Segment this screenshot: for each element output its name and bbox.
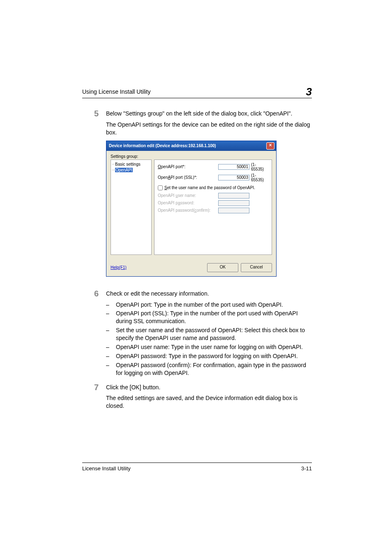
openapi-port-input[interactable] xyxy=(218,164,249,170)
openapi-password-label: OpenAPI password: xyxy=(158,201,218,205)
openapi-ssl-input[interactable] xyxy=(218,175,249,180)
close-icon[interactable]: × xyxy=(266,142,274,150)
footer-page-number: 3-11 xyxy=(301,465,312,472)
page-header: Using License Install Utility 3 xyxy=(82,86,312,98)
step-7: 7 Click the [OK] button. The edited sett… xyxy=(82,384,312,414)
list-item: –OpenAPI password: Type in the password … xyxy=(106,352,312,360)
settings-panel: OpenAPI port*: (1-65535) OpenAPI port (S… xyxy=(154,160,272,255)
step-5: 5 Below "Settings group" on the left sid… xyxy=(82,110,312,287)
openapi-password-confirm-input xyxy=(218,208,249,213)
step-number: 6 xyxy=(82,289,106,298)
openapi-ssl-range: (1-65535) xyxy=(251,173,268,182)
list-item: –OpenAPI user name: Type in the user nam… xyxy=(106,343,312,351)
settings-group-label: Settings group: xyxy=(111,154,272,159)
set-credentials-checkbox-row[interactable]: Set the user name and the password of Op… xyxy=(158,185,268,190)
openapi-username-input xyxy=(218,193,249,199)
settings-tree[interactable]: Basic settings OpenAPI xyxy=(111,160,152,255)
list-item: –Set the user name and the password of O… xyxy=(106,326,312,342)
step5-text-2: The OpenAPI settings for the device can … xyxy=(106,121,312,136)
step-number: 7 xyxy=(82,383,106,392)
openapi-password-confirm-label: OpenAPI password(confirm): xyxy=(158,208,218,213)
set-credentials-checkbox[interactable] xyxy=(158,185,163,190)
list-item: –OpenAPI password (confirm): For confirm… xyxy=(106,361,312,377)
step7-text-1: Click the [OK] button. xyxy=(106,384,312,391)
openapi-ssl-label: OpenAPI port (SSL)*: xyxy=(158,175,218,180)
list-item: –OpenAPI port (SSL): Type in the number … xyxy=(106,310,312,325)
tree-item-openapi[interactable]: OpenAPI xyxy=(112,167,150,173)
step-number: 5 xyxy=(82,109,106,118)
set-credentials-label: Set the user name and the password of Op… xyxy=(164,185,255,190)
dialog-titlebar: Device information edit (Device address:… xyxy=(106,141,276,151)
openapi-port-label: OpenAPI port*: xyxy=(158,164,218,169)
help-link[interactable]: Help(F1) xyxy=(111,265,127,270)
device-info-dialog: Device information edit (Device address:… xyxy=(106,141,277,277)
page-footer: License Install Utility 3-11 xyxy=(82,462,312,472)
step5-text-1: Below "Settings group" on the left side … xyxy=(106,110,312,118)
cancel-button[interactable]: Cancel xyxy=(241,263,272,272)
ok-button[interactable]: OK xyxy=(207,263,238,272)
openapi-username-label: OpenAPI user name: xyxy=(158,193,218,198)
chapter-number: 3 xyxy=(306,86,312,97)
step6-text-1: Check or edit the necessary information. xyxy=(106,290,312,298)
openapi-port-range: (1-65535) xyxy=(251,162,268,171)
step7-text-2: The edited settings are saved, and the D… xyxy=(106,394,312,410)
step-6: 6 Check or edit the necessary informatio… xyxy=(82,290,312,380)
openapi-password-input xyxy=(218,200,249,206)
list-item: –OpenAPI port: Type in the number of the… xyxy=(106,301,312,309)
header-title: Using License Install Utility xyxy=(82,88,151,95)
footer-left: License Install Utility xyxy=(82,465,131,472)
dialog-title: Device information edit (Device address:… xyxy=(109,143,216,148)
tree-item-basic[interactable]: Basic settings xyxy=(112,162,150,167)
